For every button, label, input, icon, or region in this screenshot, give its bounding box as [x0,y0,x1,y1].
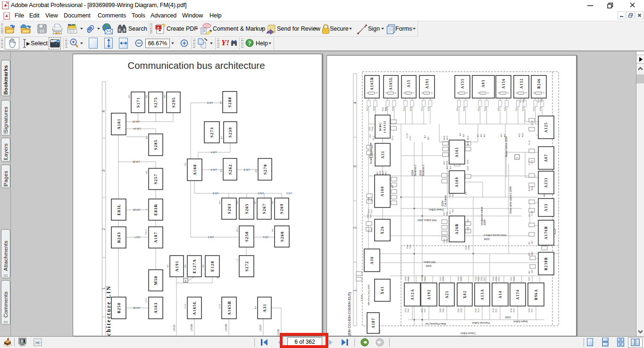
svg-text:S267: S267 [262,203,267,214]
svg-text:7003: 7003 [439,276,442,281]
svg-text:S239: S239 [228,127,233,137]
svg-text:7007: 7007 [510,276,512,281]
svg-text:A31: A31 [381,150,385,158]
svg-text:X02: X02 [463,290,467,298]
svg-text:S295: S295 [171,97,176,108]
svg-text:7016: 7016 [368,209,370,214]
svg-text:S262: S262 [228,164,233,174]
svg-text:B243: B243 [117,232,121,243]
svg-text:?: ? [248,40,251,47]
svg-text:1: 1 [101,287,106,290]
svg-text:7001: 7001 [477,107,480,111]
svg-text:7008: 7008 [467,166,469,171]
svg-text:7002: 7002 [371,154,374,158]
svg-text:7036: 7036 [510,308,512,313]
svg-text:A:10: A:10 [521,133,524,137]
svg-text:7007: 7007 [443,160,445,165]
svg-text:B:3: B:3 [446,166,448,169]
svg-text:A:24: A:24 [443,135,445,140]
svg-text:A:9: A:9 [531,251,533,255]
svg-text:7002: 7002 [373,107,375,111]
svg-text:A161: A161 [117,118,121,130]
svg-text:Engine SuBnet: Engine SuBnet [513,320,527,323]
svg-text:7002: 7002 [463,107,465,111]
svg-text:E83L: E83L [117,204,121,215]
svg-text:7037: 7037 [513,308,515,313]
svg-text:7015: 7015 [369,214,372,218]
svg-text:7002: 7002 [504,107,506,111]
svg-text:A187: A187 [153,232,158,243]
svg-text:A187: A187 [371,318,376,328]
svg-text:2: 2 [101,228,106,230]
svg-text:LIN 1: LIN 1 [208,236,214,239]
svg-text:A21: A21 [445,290,449,298]
svg-text:A13A: A13A [480,289,485,300]
svg-text:J1939: J1939 [505,316,511,318]
svg-text:A15: A15 [407,79,411,87]
svg-text:A:7: A:7 [531,240,533,243]
svg-text:C1:1: C1:1 [528,161,530,165]
svg-text:7004: 7004 [475,276,477,281]
svg-text:A:20: A:20 [467,141,469,145]
svg-text:LIN 15: LIN 15 [133,120,140,123]
svg-text:Security Subnet J2284: Security Subnet J2284 [370,142,372,164]
svg-text:A192: A192 [427,289,431,299]
svg-text:S275: S275 [153,97,158,108]
svg-text:X1:10: X1:10 [528,140,530,145]
svg-text:Backbone 2: Backbone 2 [414,165,417,176]
svg-text:7014: 7014 [367,214,369,218]
svg-text:A26B: A26B [455,224,459,235]
svg-text:B250: B250 [117,302,121,313]
svg-text:C7:44: C7:44 [531,211,533,216]
svg-text:A160: A160 [380,186,385,196]
svg-text:S260: S260 [280,231,284,241]
svg-text:7003: 7003 [421,276,423,281]
svg-text:A:9: A:9 [218,200,221,204]
svg-text:7005: 7005 [409,244,411,249]
svg-text:9: 9 [145,208,148,210]
svg-text:OBD II Porprietary J2284: OBD II Porprietary J2284 [368,284,370,306]
svg-text:7004: 7004 [513,276,515,281]
svg-text:7083: 7083 [457,308,460,313]
svg-text:7002: 7002 [522,107,524,111]
svg-text:A:9: A:9 [255,169,257,172]
svg-text:A:14: A:14 [467,135,469,140]
svg-text:B238B: B238B [544,257,548,270]
svg-text:A:3: A:3 [477,133,479,137]
svg-text:7005: 7005 [460,276,462,281]
svg-text:Infotainment subnet: Infotainment subnet [481,207,483,225]
svg-text:7002: 7002 [410,107,412,111]
svg-text:C1:5: C1:5 [531,160,533,164]
svg-text:A:9: A:9 [376,171,378,174]
svg-text:A:9: A:9 [531,269,533,273]
svg-text:3: 3 [352,165,357,167]
svg-text:LIN 8/9: LIN 8/9 [225,324,227,331]
svg-text:7001: 7001 [456,107,459,111]
svg-text:7002: 7002 [427,107,430,111]
svg-text:A:9: A:9 [145,170,148,174]
svg-text:X2:6: X2:6 [369,134,371,138]
svg-text:S285: S285 [153,140,158,150]
svg-text:7026: 7026 [522,98,525,103]
svg-text:A:2: A:2 [528,270,530,273]
svg-text:A36: A36 [370,256,374,264]
svg-text:A:14: A:14 [528,187,530,191]
svg-text:7084: 7084 [468,245,470,250]
svg-text:A:4: A:4 [483,133,485,137]
svg-text:A165R: A165R [227,300,232,315]
svg-text:A:10: A:10 [531,186,533,190]
svg-text:7001: 7001 [403,107,405,111]
svg-text:A:9: A:9 [128,94,130,98]
svg-text:7002: 7002 [539,107,542,111]
svg-text:LIN 20: LIN 20 [133,208,140,211]
svg-text:X26: X26 [380,226,385,234]
svg-text:7027: 7027 [537,98,540,103]
svg-text:A:16: A:16 [446,135,448,140]
svg-text:7026: 7026 [540,98,543,103]
svg-text:X2:11: X2:11 [372,135,375,141]
svg-text:LIN 14: LIN 14 [134,127,141,130]
svg-text:LIN 3: LIN 3 [244,168,250,171]
svg-text:7036: 7036 [475,308,477,313]
svg-text:7001: 7001 [515,107,518,111]
svg-text:7052: 7052 [424,276,426,281]
